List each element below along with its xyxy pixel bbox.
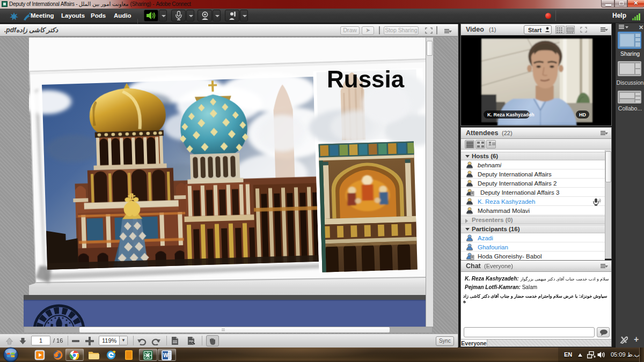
svg-text:K. Reza Kashyzadeh: K. Reza Kashyzadeh xyxy=(487,112,535,117)
svg-text:W: W xyxy=(163,352,169,358)
svg-text:Russia: Russia xyxy=(327,66,405,92)
svg-text:HD: HD xyxy=(579,112,586,117)
